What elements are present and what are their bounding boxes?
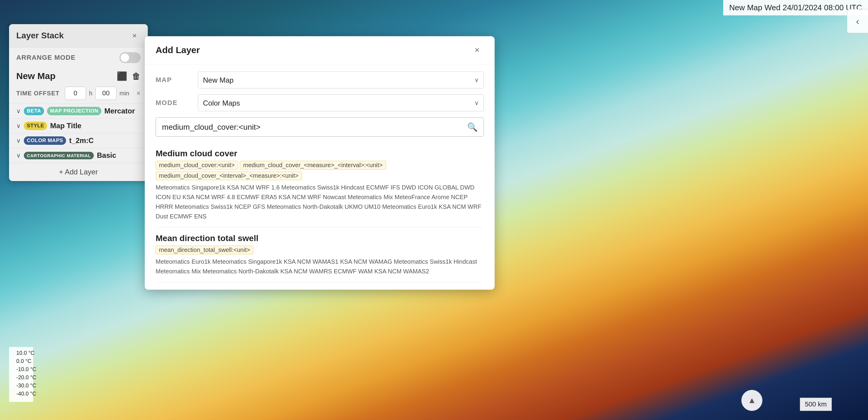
map-select-wrapper: New Map ∨: [198, 71, 484, 88]
search-icon[interactable]: 🔍: [467, 122, 478, 132]
scale-bar: 500 km: [800, 398, 832, 411]
new-map-row: New Map ⬛ 🗑: [9, 68, 148, 84]
mode-select[interactable]: Color Maps: [198, 94, 484, 111]
legend-item: 0.0 °C: [13, 358, 29, 364]
layer-expand-chevron[interactable]: ∨: [16, 108, 21, 115]
min-label: min: [119, 90, 129, 97]
h-label: h: [89, 90, 92, 97]
result-id-badge: mean_direction_total_swell:<unit>: [156, 246, 253, 254]
result-id-badge: medium_cloud_cover:<unit>: [156, 161, 238, 170]
time-h-input[interactable]: [65, 87, 86, 100]
top-info-bar: New Map Wed 24/01/2024 08:00 UTC: [723, 0, 868, 16]
result-id-badge: medium_cloud_cover_<measure>_<interval>:…: [240, 161, 386, 170]
map-select[interactable]: New Map: [198, 71, 484, 88]
layer-stack-header: Layer Stack ×: [9, 24, 148, 48]
mode-form-row: MODE Color Maps ∨: [156, 94, 484, 111]
legend-label: -30.0 °C: [16, 383, 36, 389]
legend-items: 10.0 °C0.0 °C-10.0 °C-20.0 °C-30.0 °C-40…: [13, 350, 29, 397]
legend-item: 10.0 °C: [13, 350, 29, 356]
time-offset-clear-button[interactable]: ×: [136, 89, 141, 97]
new-map-title: New Map: [16, 71, 56, 81]
legend-label: -20.0 °C: [16, 374, 36, 381]
legend-item: -20.0 °C: [13, 374, 29, 381]
scroll-up-button[interactable]: ▲: [741, 390, 763, 411]
layer-expand-chevron[interactable]: ∨: [16, 152, 21, 159]
time-min-input[interactable]: [95, 87, 116, 100]
legend-label: -40.0 °C: [16, 391, 36, 397]
legend-label: 10.0 °C: [16, 350, 34, 356]
dialog-title: Add Layer: [156, 45, 200, 55]
layer-expand-chevron[interactable]: ∨: [16, 122, 21, 129]
add-layer-dialog: Add Layer × MAP New Map ∨ MODE Color Map…: [145, 36, 495, 290]
layer-row: ∨BETAMAP PROJECTIONMercator: [9, 103, 148, 118]
layer-badge: BETA: [24, 107, 44, 115]
map-label: MAP: [156, 76, 192, 84]
layer-badge-secondary: MAP PROJECTION: [47, 107, 101, 115]
layer-badge: CARTOGRAPHIC MATERIAL: [24, 152, 94, 159]
arrange-mode-toggle[interactable]: [119, 52, 141, 63]
dialog-header: Add Layer ×: [145, 36, 495, 64]
layer-stack-panel: Layer Stack × ARRANGE MODE New Map ⬛ 🗑 T…: [9, 24, 148, 181]
layer-stack-close-button[interactable]: ×: [128, 30, 141, 42]
layer-stack-title: Layer Stack: [16, 31, 64, 40]
dialog-body: MAP New Map ∨ MODE Color Maps ∨ 🔍: [145, 64, 495, 290]
mode-select-wrapper: Color Maps ∨: [198, 94, 484, 111]
result-id-badge: medium_cloud_cover_<interval>_<measure>:…: [156, 171, 302, 180]
legend-item: -10.0 °C: [13, 366, 29, 372]
result-sources: Meteomatics Singapore1k KSA NCM WRF 1.6 …: [156, 183, 484, 221]
result-identifiers: mean_direction_total_swell:<unit>: [156, 246, 484, 254]
top-bar-text: New Map Wed 24/01/2024 08:00 UTC: [729, 3, 862, 12]
legend-label: 0.0 °C: [16, 358, 31, 364]
layer-row: ∨CARTOGRAPHIC MATERIALBasic: [9, 148, 148, 162]
layer-name: Mercator: [104, 107, 135, 115]
collapse-icon: ‹: [856, 16, 859, 27]
mode-label: MODE: [156, 99, 192, 107]
color-legend: 10.0 °C0.0 °C-10.0 °C-20.0 °C-30.0 °C-40…: [9, 347, 33, 402]
legend-label: -10.0 °C: [16, 366, 36, 372]
layers-icon[interactable]: ⬛: [117, 71, 127, 81]
delete-icon[interactable]: 🗑: [132, 71, 141, 81]
search-row: 🔍: [156, 117, 484, 137]
collapse-panel-button[interactable]: ‹: [847, 9, 868, 33]
result-item[interactable]: Medium cloud covermedium_cloud_cover:<un…: [156, 143, 484, 228]
layer-name: Map Title: [50, 122, 82, 130]
layers-container: ∨BETAMAP PROJECTIONMercator∨STYLEMap Tit…: [9, 103, 148, 162]
add-layer-button[interactable]: + Add Layer: [9, 162, 148, 181]
time-offset-row: TIME OFFSET h min ×: [9, 84, 148, 103]
layer-row: ∨COLOR MAPSt_2m:C: [9, 133, 148, 148]
arrange-mode-label: ARRANGE MODE: [16, 54, 76, 62]
arrange-mode-row: ARRANGE MODE: [9, 48, 148, 68]
legend-item: -40.0 °C: [13, 391, 29, 397]
result-title: Mean direction total swell: [156, 234, 484, 243]
result-sources: Meteomatics Euro1k Meteomatics Singapore…: [156, 257, 484, 276]
layer-search-input[interactable]: [156, 117, 484, 137]
result-item[interactable]: Mean direction total swellmean_direction…: [156, 228, 484, 282]
layer-badge: COLOR MAPS: [24, 137, 66, 145]
legend-item: -30.0 °C: [13, 383, 29, 389]
new-map-icons: ⬛ 🗑: [117, 71, 141, 81]
result-title: Medium cloud cover: [156, 149, 484, 158]
map-form-row: MAP New Map ∨: [156, 71, 484, 88]
dialog-close-button[interactable]: ×: [470, 43, 484, 57]
layer-badge: STYLE: [24, 122, 47, 130]
layer-row: ∨STYLEMap Title: [9, 118, 148, 133]
results-list: Medium cloud covermedium_cloud_cover:<un…: [156, 143, 484, 282]
time-offset-label: TIME OFFSET: [16, 90, 59, 97]
layer-name: Basic: [97, 151, 116, 160]
layer-name: t_2m:C: [69, 137, 93, 145]
layer-expand-chevron[interactable]: ∨: [16, 137, 21, 144]
result-identifiers: medium_cloud_cover:<unit>medium_cloud_co…: [156, 161, 484, 180]
